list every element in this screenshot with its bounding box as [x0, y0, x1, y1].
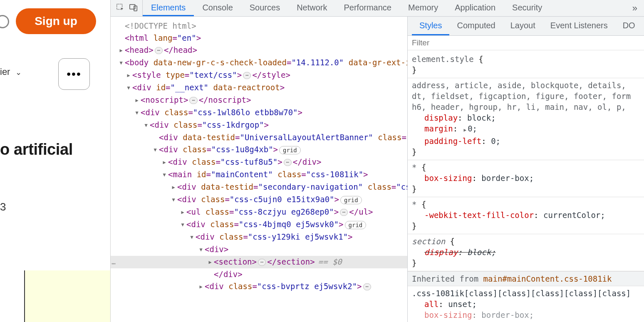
css-rule[interactable]: address, article, aside, blockquote, det… [408, 78, 644, 160]
dom-node[interactable]: <div class="css-y129ki ej5wsvk1"> [111, 231, 407, 243]
styles-tab-styles[interactable]: Styles [412, 17, 449, 35]
signup-button[interactable]: Sign up [16, 8, 96, 34]
tab-memory[interactable]: Memory [400, 0, 446, 16]
dom-node[interactable]: <div data-testid="UniversalLayoutAlertBa… [111, 131, 407, 144]
dropdown-fragment[interactable]: ier ⌄ [0, 67, 22, 77]
expand-arrow-icon[interactable] [171, 181, 176, 193]
inherited-selector-link[interactable]: main#mainContent.css-1081ik [483, 274, 612, 283]
dom-node[interactable]: <div class="css-4bjmq0 ej5wsvk0">grid [111, 218, 407, 231]
styles-filter-row [408, 36, 644, 50]
dropdown-label-fragment: ier [0, 67, 10, 77]
devtools-main-tabs: Elements Console Sources Network Perform… [143, 0, 550, 16]
dom-node[interactable]: <style type="text/css">⋯</style> [111, 69, 407, 82]
expand-arrow-icon[interactable] [207, 256, 213, 268]
dom-node[interactable]: <!DOCTYPE html> [111, 20, 407, 32]
ellipsis-pill[interactable]: ⋯ [363, 283, 371, 290]
tab-application[interactable]: Application [446, 0, 504, 16]
ellipsis-pill[interactable]: ⋯ [284, 159, 292, 166]
ellipsis-pill[interactable]: ⋯ [258, 259, 266, 266]
css-rule[interactable]: element.style { } [408, 52, 644, 78]
styles-tab-event-listeners[interactable]: Event Listeners [543, 17, 615, 35]
dom-node[interactable]: <div> [111, 243, 407, 256]
css-rule[interactable]: * { box-sizing: border-box; } [408, 160, 644, 197]
collapse-arrow-icon[interactable] [152, 144, 158, 156]
expand-arrow-icon[interactable] [126, 69, 131, 82]
dom-node[interactable]: <div class="css-bvprtz ej5wsvk2">⋯ [111, 280, 407, 293]
grid-badge[interactable]: grid [345, 221, 367, 229]
highlighted-region [24, 270, 111, 322]
tab-console[interactable]: Console [194, 0, 241, 16]
dom-node[interactable]: <div class="css-c5ujn0 e15itx9a0">grid [111, 193, 407, 206]
dom-node-selected[interactable]: ⋯<section>⋯</section>== $0 [111, 256, 407, 268]
collapse-arrow-icon[interactable] [189, 231, 195, 243]
css-rule[interactable]: section { display: block; } [408, 234, 644, 271]
elements-dom-tree[interactable]: <!DOCTYPE html> <html lang="en"> <head>⋯… [111, 17, 408, 322]
inspect-element-icon[interactable] [116, 3, 125, 13]
partial-ring-icon [0, 15, 9, 28]
tab-security[interactable]: Security [504, 0, 550, 16]
grid-badge[interactable]: grid [340, 196, 362, 204]
dom-node[interactable]: <div class="css-1kdrgop"> [111, 119, 407, 131]
expand-arrow-icon[interactable] [134, 94, 140, 107]
css-rule[interactable]: .css-1081ik[class][class][class][class][… [408, 286, 644, 322]
collapse-arrow-icon[interactable] [180, 219, 186, 231]
devtools-panel: Elements Console Sources Network Perform… [111, 0, 644, 322]
page-content-strip: Sign up ier ⌄ ••• o artificial 3 [0, 0, 111, 322]
collapse-arrow-icon[interactable] [198, 244, 204, 256]
hero-text-fragment: o artificial [0, 141, 73, 159]
css-rules-list[interactable]: element.style { } address, article, asid… [408, 50, 644, 322]
collapse-arrow-icon[interactable] [143, 119, 149, 131]
expand-arrow-icon[interactable] [198, 281, 204, 293]
shorthand-expand-icon[interactable]: ▶ [464, 125, 467, 136]
collapse-arrow-icon[interactable] [161, 169, 167, 181]
css-rule[interactable]: * { -webkit-text-fill-color: currentColo… [408, 197, 644, 234]
expand-arrow-icon[interactable] [118, 45, 124, 57]
ellipsis-pill[interactable]: ⋯ [189, 97, 197, 104]
ellipsis-pill[interactable]: ⋯ [340, 209, 348, 216]
styles-tab-computed[interactable]: Computed [449, 17, 503, 35]
collapse-arrow-icon[interactable] [134, 107, 140, 119]
more-options-button[interactable]: ••• [58, 58, 90, 90]
styles-filter-input[interactable] [412, 38, 640, 47]
tab-performance[interactable]: Performance [336, 0, 400, 16]
dom-node[interactable]: <noscript>⋯</noscript> [111, 94, 407, 107]
more-tabs-button[interactable]: » [626, 3, 644, 14]
expand-arrow-icon[interactable] [161, 156, 167, 168]
dom-node[interactable]: <div data-testid="secondary-navigation" … [111, 181, 407, 193]
selected-indicator: == $0 [318, 257, 342, 266]
styles-panel: Styles Computed Layout Event Listeners D… [408, 17, 644, 322]
styles-tab-layout[interactable]: Layout [503, 17, 543, 35]
collapse-arrow-icon[interactable] [126, 82, 131, 94]
expand-arrow-icon[interactable] [180, 206, 186, 218]
dom-node[interactable]: <div class="css-1u8g4xb">grid [111, 144, 407, 156]
devtools-body: <!DOCTYPE html> <html lang="en"> <head>⋯… [111, 17, 644, 322]
collapse-arrow-icon[interactable] [171, 194, 176, 206]
dom-node[interactable]: <head>⋯</head> [111, 44, 407, 57]
device-toggle-icon[interactable] [129, 3, 138, 13]
svg-rect-2 [134, 6, 137, 11]
inherited-from-bar: Inherited from main#mainContent.css-1081… [408, 271, 644, 286]
dom-node[interactable]: <ul class="css-8czjyu eg268ep0">⋯</ul> [111, 206, 407, 218]
tab-sources[interactable]: Sources [241, 0, 288, 16]
tab-network[interactable]: Network [288, 0, 335, 16]
collapse-arrow-icon[interactable] [118, 57, 124, 69]
dom-node[interactable]: <main id="mainContent" class="css-1081ik… [111, 168, 407, 181]
dom-node[interactable]: <div class="css-1wl86lo etbb8w70"> [111, 107, 407, 119]
dom-node[interactable]: <div class="css-tuf8u5">⋯</div> [111, 156, 407, 168]
chevron-down-icon: ⌄ [15, 68, 22, 77]
dom-node[interactable]: <body data-new-gr-c-s-check-loaded="14.1… [111, 57, 407, 69]
styles-tab-dom-breakpoints[interactable]: DO [615, 17, 643, 35]
tab-elements[interactable]: Elements [143, 0, 194, 16]
number-fragment: 3 [0, 201, 6, 213]
styles-tabs: Styles Computed Layout Event Listeners D… [408, 17, 644, 36]
dom-node[interactable]: <html lang="en"> [111, 32, 407, 44]
svg-rect-1 [130, 5, 135, 9]
ellipsis-pill[interactable]: ⋯ [243, 72, 251, 79]
dom-node[interactable]: <div id="__next" data-reactroot> [111, 82, 407, 94]
ellipsis-pill[interactable]: ⋯ [155, 47, 163, 54]
gutter-dots-icon: ⋯ [111, 258, 116, 270]
dom-node[interactable]: </div> [111, 268, 407, 280]
devtools-tool-icons [114, 0, 143, 16]
devtools-tabbar: Elements Console Sources Network Perform… [111, 0, 644, 17]
grid-badge[interactable]: grid [279, 146, 301, 154]
